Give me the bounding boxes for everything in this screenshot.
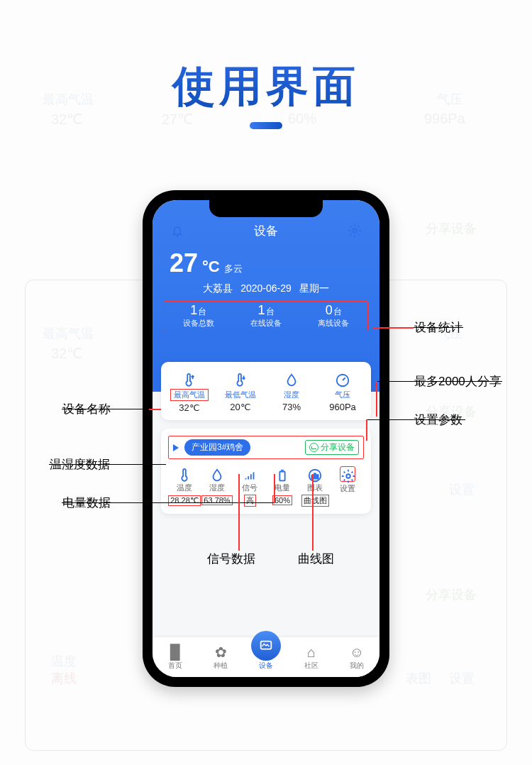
nav-home[interactable]: ▉首页 [153, 644, 198, 671]
svg-rect-7 [317, 475, 318, 479]
device-metrics-row: 温度 28.28℃ 湿度 63.78% 信号 高 电量 60% [168, 466, 364, 507]
metric-settings[interactable]: 设置 [331, 466, 364, 507]
ghost-text: 分享设备 [426, 220, 477, 237]
wc-val: 960Pa [317, 402, 368, 412]
connector-line [376, 381, 377, 417]
home-icon: ▉ [153, 644, 198, 661]
battery-icon [266, 466, 299, 482]
annot-signal: 信号数据 [207, 551, 255, 567]
wc-label: 最低气温 [222, 390, 259, 400]
temp-value: 27 [170, 248, 198, 278]
connector-line [312, 474, 314, 551]
nav-label: 种植 [198, 661, 243, 671]
weather-card: 最高气温 32℃ 最低气温 20℃ 湿度 73% 气压 960Pa [161, 362, 371, 420]
phone-frame: 设备 27°C 多云 大荔县 2020-06-29 星期一 1台设备总数 1台在… [143, 190, 389, 687]
svg-rect-6 [314, 473, 316, 478]
metric-value: 高 [244, 495, 256, 507]
wc-max-temp: 最高气温 32℃ [164, 369, 215, 413]
building-icon: ⌂ [289, 644, 334, 661]
monitor-icon [251, 631, 281, 661]
metric-label: 设置 [331, 483, 364, 494]
metric-label: 湿度 [201, 483, 233, 493]
settings-icon [340, 466, 355, 482]
temp-unit: °C [202, 258, 220, 276]
connector-line [414, 327, 463, 328]
nav-label: 社区 [289, 661, 334, 671]
phone-notch [209, 200, 323, 217]
wc-val: 32℃ [164, 402, 215, 413]
gauge-icon [317, 369, 368, 387]
location-date: 大荔县 2020-06-29 星期一 [164, 282, 368, 295]
metric-chart[interactable]: 图表 曲线图 [299, 466, 331, 507]
thermometer-up-icon [164, 369, 215, 387]
wc-label: 湿度 [281, 390, 302, 400]
play-icon [173, 444, 179, 451]
nav-mine[interactable]: ☺我的 [334, 644, 379, 671]
metric-value: 曲线图 [301, 495, 329, 507]
nav-label: 首页 [153, 661, 198, 671]
nav-community[interactable]: ⌂社区 [289, 644, 334, 671]
phone-screen: 设备 27°C 多云 大荔县 2020-06-29 星期一 1台设备总数 1台在… [153, 200, 379, 677]
connector-line [366, 419, 465, 420]
share-icon [309, 443, 318, 452]
connector-line [274, 474, 275, 503]
thermometer-down-icon [215, 369, 266, 387]
page-title: 使用界面 [0, 58, 532, 116]
date: 2020-06-29 [240, 282, 292, 294]
drop-icon [201, 466, 233, 482]
person-icon: ☺ [334, 644, 379, 661]
metric-label: 温度 [168, 483, 201, 493]
share-device-button[interactable]: 分享设备 [305, 440, 359, 455]
bottom-nav: ▉首页 ✿种植 设备 ⌂社区 ☺我的 [153, 637, 379, 677]
thermometer-icon [168, 466, 201, 482]
connector-line [372, 327, 414, 329]
weather-text: 多云 [224, 263, 243, 275]
nav-label: 我的 [334, 661, 379, 671]
wc-label: 最高气温 [170, 389, 209, 401]
share-label: 分享设备 [321, 441, 355, 453]
connector-line [376, 381, 502, 382]
wc-val: 73% [266, 402, 317, 412]
wc-min-temp: 最低气温 20℃ [215, 369, 266, 413]
wc-label: 气压 [332, 390, 353, 400]
plant-icon: ✿ [198, 644, 243, 661]
chart-icon [299, 466, 331, 482]
nav-device[interactable]: 设备 [243, 644, 289, 671]
device-header[interactable]: 产业园3#鸡舍 分享设备 [168, 436, 364, 459]
metric-value: 28.28℃ [168, 495, 201, 506]
connector-line [238, 474, 240, 551]
connector-line [62, 502, 275, 503]
metric-humidity: 湿度 63.78% [201, 466, 233, 507]
device-stats-row: 1台设备总数 1台在线设备 0台离线设备 [164, 301, 368, 331]
wc-val: 20℃ [215, 402, 266, 412]
wc-humidity: 湿度 73% [266, 369, 317, 413]
metric-value: 63.78% [201, 495, 232, 505]
metric-label: 图表 [299, 483, 331, 493]
svg-rect-3 [279, 471, 284, 480]
metric-label: 电量 [266, 483, 299, 493]
connector-line [366, 419, 367, 441]
header-title: 设备 [153, 223, 379, 239]
wc-pressure: 气压 960Pa [317, 369, 368, 413]
weekday: 星期一 [299, 282, 329, 294]
metric-value: 60% [272, 495, 292, 505]
stat-offline[interactable]: 0台离线设备 [300, 302, 367, 330]
stat-total[interactable]: 1台设备总数 [165, 302, 232, 330]
device-name-pill: 产业园3#鸡舍 [184, 439, 250, 456]
metric-temp: 温度 28.28℃ [168, 466, 201, 507]
connector-line [49, 464, 166, 465]
metric-battery: 电量 60% [266, 466, 299, 507]
nav-plant[interactable]: ✿种植 [198, 644, 243, 671]
nav-label: 设备 [243, 661, 289, 671]
water-drop-icon [266, 369, 317, 387]
stat-online[interactable]: 1台在线设备 [232, 302, 299, 330]
svg-point-8 [346, 474, 350, 478]
location: 大荔县 [203, 282, 233, 294]
title-underline [250, 122, 282, 129]
current-temp: 27°C 多云 [164, 248, 368, 278]
device-card: 产业园3#鸡舍 分享设备 温度 28.28℃ 湿度 63.78% [161, 429, 371, 514]
annot-curve: 曲线图 [298, 551, 334, 567]
